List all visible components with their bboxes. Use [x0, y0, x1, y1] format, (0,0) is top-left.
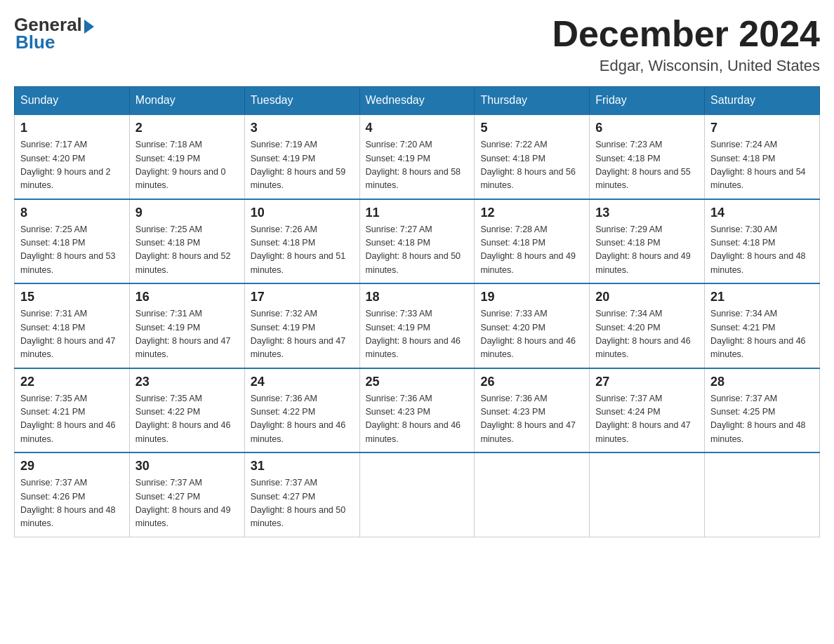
- sunrise-label: Sunrise: 7:32 AM: [251, 309, 317, 318]
- day-info: Sunrise: 7:37 AM Sunset: 4:27 PM Dayligh…: [251, 476, 354, 531]
- day-info: Sunrise: 7:25 AM Sunset: 4:18 PM Dayligh…: [20, 223, 124, 278]
- day-info: Sunrise: 7:36 AM Sunset: 4:22 PM Dayligh…: [251, 392, 354, 447]
- day-number: 27: [595, 375, 699, 389]
- sunset-label: Sunset: 4:20 PM: [480, 323, 545, 333]
- page-header: General Blue December 2024 Edgar, Wiscon…: [14, 14, 820, 75]
- sunrise-label: Sunrise: 7:31 AM: [135, 309, 202, 318]
- sunset-label: Sunset: 4:19 PM: [135, 323, 200, 333]
- day-number: 31: [251, 459, 354, 474]
- daylight-label: Daylight: 8 hours and 48 minutes.: [710, 420, 806, 443]
- day-of-week-header: Tuesday: [244, 87, 359, 115]
- sunrise-label: Sunrise: 7:37 AM: [251, 478, 317, 488]
- day-number: 23: [135, 375, 239, 389]
- day-info: Sunrise: 7:34 AM Sunset: 4:20 PM Dayligh…: [595, 307, 699, 362]
- calendar-cell: 1 Sunrise: 7:17 AM Sunset: 4:20 PM Dayli…: [15, 114, 130, 199]
- day-info: Sunrise: 7:37 AM Sunset: 4:27 PM Dayligh…: [135, 476, 239, 531]
- day-info: Sunrise: 7:26 AM Sunset: 4:18 PM Dayligh…: [251, 223, 354, 278]
- day-number: 28: [710, 375, 814, 389]
- sunrise-label: Sunrise: 7:30 AM: [710, 224, 777, 234]
- calendar-cell: 26 Sunrise: 7:36 AM Sunset: 4:23 PM Dayl…: [475, 368, 590, 453]
- calendar-cell: 3 Sunrise: 7:19 AM Sunset: 4:19 PM Dayli…: [244, 114, 359, 199]
- calendar-cell: 17 Sunrise: 7:32 AM Sunset: 4:19 PM Dayl…: [244, 283, 359, 368]
- daylight-label: Daylight: 8 hours and 55 minutes.: [595, 167, 691, 190]
- sunrise-label: Sunrise: 7:29 AM: [595, 224, 662, 234]
- calendar-cell: 25 Sunrise: 7:36 AM Sunset: 4:23 PM Dayl…: [359, 368, 475, 453]
- day-number: 6: [595, 121, 699, 135]
- calendar-week-row: 1 Sunrise: 7:17 AM Sunset: 4:20 PM Dayli…: [15, 114, 820, 199]
- title-section: December 2024 Edgar, Wisconsin, United S…: [552, 14, 820, 75]
- day-info: Sunrise: 7:37 AM Sunset: 4:25 PM Dayligh…: [710, 392, 814, 447]
- calendar-cell: 20 Sunrise: 7:34 AM Sunset: 4:20 PM Dayl…: [590, 283, 705, 368]
- day-info: Sunrise: 7:31 AM Sunset: 4:19 PM Dayligh…: [135, 307, 239, 362]
- logo-arrow-icon: [84, 20, 94, 34]
- day-number: 22: [20, 375, 124, 389]
- calendar-cell: 14 Sunrise: 7:30 AM Sunset: 4:18 PM Dayl…: [705, 199, 820, 284]
- sunset-label: Sunset: 4:21 PM: [20, 407, 85, 417]
- day-info: Sunrise: 7:36 AM Sunset: 4:23 PM Dayligh…: [480, 392, 583, 447]
- calendar-cell: 23 Sunrise: 7:35 AM Sunset: 4:22 PM Dayl…: [129, 368, 244, 453]
- daylight-label: Daylight: 8 hours and 54 minutes.: [710, 167, 806, 190]
- day-info: Sunrise: 7:29 AM Sunset: 4:18 PM Dayligh…: [595, 223, 699, 278]
- day-number: 2: [135, 121, 239, 135]
- sunrise-label: Sunrise: 7:18 AM: [135, 140, 202, 149]
- sunset-label: Sunset: 4:18 PM: [710, 238, 775, 248]
- sunrise-label: Sunrise: 7:19 AM: [251, 140, 317, 149]
- daylight-label: Daylight: 8 hours and 50 minutes.: [251, 505, 346, 528]
- daylight-label: Daylight: 8 hours and 49 minutes.: [595, 251, 691, 274]
- sunset-label: Sunset: 4:21 PM: [710, 323, 775, 333]
- daylight-label: Daylight: 8 hours and 46 minutes.: [480, 336, 576, 359]
- calendar-title: December 2024: [552, 14, 820, 54]
- sunrise-label: Sunrise: 7:33 AM: [480, 309, 547, 318]
- calendar-cell: 27 Sunrise: 7:37 AM Sunset: 4:24 PM Dayl…: [590, 368, 705, 453]
- calendar-cell: [590, 452, 705, 537]
- calendar-week-row: 8 Sunrise: 7:25 AM Sunset: 4:18 PM Dayli…: [15, 199, 820, 284]
- sunset-label: Sunset: 4:23 PM: [366, 407, 430, 417]
- logo: General Blue: [14, 14, 94, 53]
- daylight-label: Daylight: 8 hours and 46 minutes.: [135, 420, 231, 443]
- daylight-label: Daylight: 8 hours and 47 minutes.: [480, 420, 576, 443]
- sunrise-label: Sunrise: 7:37 AM: [20, 478, 87, 488]
- daylight-label: Daylight: 8 hours and 46 minutes.: [20, 420, 116, 443]
- calendar-cell: 12 Sunrise: 7:28 AM Sunset: 4:18 PM Dayl…: [475, 199, 590, 284]
- daylight-label: Daylight: 8 hours and 50 minutes.: [366, 251, 461, 274]
- day-info: Sunrise: 7:27 AM Sunset: 4:18 PM Dayligh…: [366, 223, 469, 278]
- day-info: Sunrise: 7:31 AM Sunset: 4:18 PM Dayligh…: [20, 307, 124, 362]
- day-number: 19: [480, 290, 583, 304]
- sunset-label: Sunset: 4:20 PM: [595, 323, 660, 333]
- calendar-cell: 29 Sunrise: 7:37 AM Sunset: 4:26 PM Dayl…: [15, 452, 130, 537]
- daylight-label: Daylight: 9 hours and 2 minutes.: [20, 167, 111, 190]
- day-info: Sunrise: 7:24 AM Sunset: 4:18 PM Dayligh…: [710, 138, 814, 193]
- calendar-cell: 31 Sunrise: 7:37 AM Sunset: 4:27 PM Dayl…: [244, 452, 359, 537]
- calendar-cell: [705, 452, 820, 537]
- sunrise-label: Sunrise: 7:37 AM: [135, 478, 202, 488]
- day-number: 16: [135, 290, 239, 304]
- sunrise-label: Sunrise: 7:24 AM: [710, 140, 777, 149]
- sunrise-label: Sunrise: 7:20 AM: [366, 140, 432, 149]
- day-info: Sunrise: 7:22 AM Sunset: 4:18 PM Dayligh…: [480, 138, 583, 193]
- daylight-label: Daylight: 8 hours and 56 minutes.: [480, 167, 576, 190]
- sunset-label: Sunset: 4:22 PM: [251, 407, 315, 417]
- day-info: Sunrise: 7:19 AM Sunset: 4:19 PM Dayligh…: [251, 138, 354, 193]
- calendar-cell: 9 Sunrise: 7:25 AM Sunset: 4:18 PM Dayli…: [129, 199, 244, 284]
- day-info: Sunrise: 7:20 AM Sunset: 4:19 PM Dayligh…: [366, 138, 469, 193]
- daylight-label: Daylight: 8 hours and 52 minutes.: [135, 251, 231, 274]
- calendar-cell: 6 Sunrise: 7:23 AM Sunset: 4:18 PM Dayli…: [590, 114, 705, 199]
- calendar-table: SundayMondayTuesdayWednesdayThursdayFrid…: [14, 86, 820, 537]
- day-number: 4: [366, 121, 469, 135]
- sunset-label: Sunset: 4:18 PM: [480, 154, 545, 163]
- sunset-label: Sunset: 4:18 PM: [480, 238, 545, 248]
- day-info: Sunrise: 7:35 AM Sunset: 4:21 PM Dayligh…: [20, 392, 124, 447]
- day-number: 14: [710, 206, 814, 220]
- calendar-subtitle: Edgar, Wisconsin, United States: [552, 57, 820, 75]
- sunset-label: Sunset: 4:18 PM: [20, 323, 85, 333]
- day-number: 25: [366, 375, 469, 389]
- calendar-cell: 11 Sunrise: 7:27 AM Sunset: 4:18 PM Dayl…: [359, 199, 475, 284]
- sunrise-label: Sunrise: 7:35 AM: [135, 394, 202, 403]
- sunset-label: Sunset: 4:22 PM: [135, 407, 200, 417]
- day-info: Sunrise: 7:34 AM Sunset: 4:21 PM Dayligh…: [710, 307, 814, 362]
- sunset-label: Sunset: 4:25 PM: [710, 407, 775, 417]
- calendar-cell: 2 Sunrise: 7:18 AM Sunset: 4:19 PM Dayli…: [129, 114, 244, 199]
- calendar-week-row: 15 Sunrise: 7:31 AM Sunset: 4:18 PM Dayl…: [15, 283, 820, 368]
- day-of-week-header: Monday: [129, 87, 244, 115]
- daylight-label: Daylight: 8 hours and 47 minutes.: [135, 336, 231, 359]
